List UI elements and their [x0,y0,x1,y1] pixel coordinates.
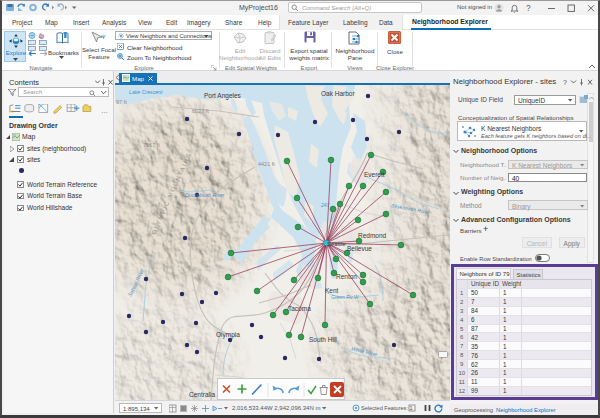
svg-text:Lake Crescent: Lake Crescent [129,89,163,95]
svg-text:Centralia: Centralia [189,391,215,398]
svg-text:6027 ft: 6027 ft [192,108,209,114]
svg-text:Oak Harbor: Oak Harbor [321,90,355,97]
svg-text:Redmond: Redmond [358,232,387,239]
svg-text:Olympia: Olympia [216,331,240,339]
svg-text:97 ft: 97 ft [116,99,127,105]
svg-text:Everett: Everett [364,171,385,178]
svg-text:Tacoma: Tacoma [288,305,311,312]
svg-text:4421 ft: 4421 ft [258,161,275,167]
svg-text:?: ? [526,3,531,13]
svg-text:?: ? [563,79,567,86]
svg-text:Bellevue: Bellevue [347,245,372,252]
svg-text:Seattle: Seattle [327,241,346,247]
svg-text:Port Angeles: Port Angeles [204,92,242,100]
svg-text:Duckabush River: Duckabush River [185,192,225,198]
svg-text:Green Rv W: Green Rv W [331,294,360,300]
svg-text:247: 247 [320,202,330,208]
svg-text:Renton: Renton [336,273,357,280]
svg-text:Kent: Kent [325,287,339,294]
svg-text:7967 ft: 7967 ft [143,142,160,148]
svg-text:South Hill: South Hill [309,336,337,343]
